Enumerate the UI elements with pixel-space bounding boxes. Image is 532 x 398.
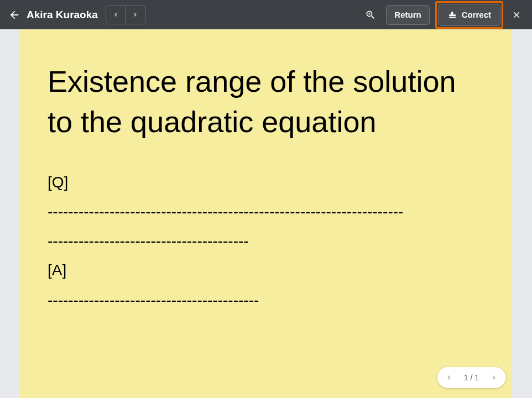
pager-label: 1 / 1 [458, 373, 484, 382]
zoom-button[interactable] [359, 4, 382, 26]
prev-button[interactable] [106, 6, 126, 24]
user-name: Akira Kuraoka [27, 9, 98, 21]
chevron-right-icon [132, 11, 139, 18]
document-title: Existence range of the solution to the q… [48, 61, 484, 142]
document-page: Existence range of the solution to the q… [20, 29, 512, 398]
chevron-right-icon [489, 373, 498, 382]
top-bar: Akira Kuraoka Return Correct [0, 0, 532, 29]
pager-next-button[interactable] [484, 368, 503, 387]
pager-prev-button[interactable] [440, 368, 458, 387]
zoom-in-icon [365, 9, 376, 20]
question-line-1: ----------------------------------------… [48, 197, 484, 226]
chevron-left-icon [445, 373, 453, 382]
return-label: Return [394, 10, 421, 19]
pager: 1 / 1 [437, 367, 505, 388]
question-line-2: --------------------------------------- [48, 226, 484, 255]
back-arrow-button[interactable] [3, 4, 25, 26]
chevron-left-icon [112, 11, 119, 18]
stamp-icon [447, 10, 457, 20]
next-button[interactable] [126, 6, 145, 24]
close-icon [512, 10, 521, 20]
return-button[interactable]: Return [386, 5, 429, 25]
question-label: [Q] [48, 167, 484, 197]
correct-button[interactable]: Correct [438, 4, 500, 26]
correct-label: Correct [462, 10, 491, 19]
nav-group [106, 6, 145, 24]
arrow-left-icon [8, 9, 20, 21]
close-button[interactable] [507, 5, 526, 25]
answer-line-1: ----------------------------------------… [48, 285, 484, 315]
answer-label: [A] [48, 255, 484, 285]
content-area: Existence range of the solution to the q… [0, 29, 532, 398]
correct-button-highlight: Correct [435, 1, 503, 29]
